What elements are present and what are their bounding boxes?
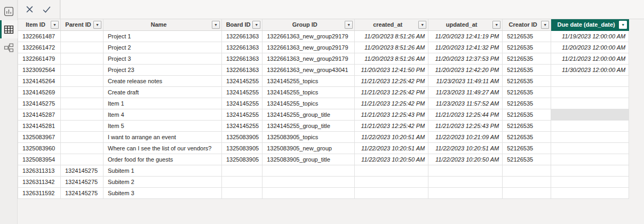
cell-group_id[interactable]: 1325083905_group_title xyxy=(263,154,355,165)
cell-due_date[interactable]: 11/21/2023 12:00:00 AM xyxy=(551,53,629,64)
cell-created_at[interactable]: 11/21/2023 12:25:42 PM xyxy=(355,75,428,86)
cell-created_at[interactable]: 11/21/2023 12:25:42 PM xyxy=(355,98,428,109)
cell-name[interactable]: Order food for the guests xyxy=(104,154,222,165)
cell-name[interactable]: Where can I see the list of our vendors? xyxy=(104,142,222,154)
cell-created_at[interactable]: 11/21/2023 12:25:43 PM xyxy=(355,109,428,120)
cell-parent_id[interactable] xyxy=(61,64,104,75)
cell-name[interactable]: Create draft xyxy=(104,86,222,98)
cell-group_id[interactable] xyxy=(263,176,355,187)
cell-parent_id[interactable] xyxy=(61,131,104,142)
cell-updated_at[interactable] xyxy=(428,165,503,176)
cell-name[interactable]: I want to arrange an event xyxy=(104,131,222,142)
cell-updated_at[interactable]: 11/21/2023 12:25:44 PM xyxy=(428,109,503,120)
cell-parent_id[interactable] xyxy=(61,154,104,165)
cell-creator_id[interactable]: 52126535 xyxy=(503,154,551,165)
cell-group_id[interactable]: 1324145255_group_title xyxy=(263,120,355,131)
cell-creator_id[interactable] xyxy=(503,176,551,187)
cell-updated_at[interactable]: 11/20/2023 12:41:32 PM xyxy=(428,42,503,53)
cell-name[interactable]: Item 1 xyxy=(104,98,222,109)
cell-board_id[interactable]: 1324145255 xyxy=(222,120,263,131)
column-header-board_id[interactable]: Board ID▼ xyxy=(222,19,263,30)
cell-due_date[interactable] xyxy=(551,176,629,187)
cell-item_id[interactable]: 1324145287 xyxy=(18,109,61,120)
cell-creator_id[interactable]: 52126535 xyxy=(503,120,551,131)
cell-due_date[interactable] xyxy=(551,120,629,131)
cell-creator_id[interactable]: 52126535 xyxy=(503,142,551,154)
cell-due_date[interactable] xyxy=(551,165,629,176)
cell-creator_id[interactable]: 52126535 xyxy=(503,98,551,109)
sidebar-item-data-view[interactable] xyxy=(0,20,18,38)
cell-creator_id[interactable]: 52126535 xyxy=(503,64,551,75)
cell-name[interactable]: Create release notes xyxy=(104,75,222,86)
cell-parent_id[interactable] xyxy=(61,75,104,86)
cell-parent_id[interactable]: 1324145275 xyxy=(61,165,104,176)
cell-item_id[interactable]: 1325083954 xyxy=(18,154,61,165)
cell-name[interactable]: Item 5 xyxy=(104,120,222,131)
cell-updated_at[interactable]: 11/22/2023 10:21:09 AM xyxy=(428,131,503,142)
cell-due_date[interactable] xyxy=(551,154,629,165)
filter-dropdown-icon[interactable]: ▼ xyxy=(345,21,353,29)
cell-parent_id[interactable] xyxy=(61,42,104,53)
cell-updated_at[interactable] xyxy=(428,187,503,198)
cell-due_date[interactable] xyxy=(551,98,629,109)
filter-dropdown-icon[interactable]: ▼ xyxy=(252,21,260,29)
cell-created_at[interactable]: 11/20/2023 12:41:50 PM xyxy=(355,64,428,75)
cell-parent_id[interactable] xyxy=(61,53,104,64)
cell-group_id[interactable]: 1322661363_new_group29179 xyxy=(263,53,355,64)
cell-item_id[interactable]: 1324145281 xyxy=(18,120,61,131)
cell-board_id[interactable]: 1322661363 xyxy=(222,64,263,75)
cell-item_id[interactable]: 1324145275 xyxy=(18,98,61,109)
cell-creator_id[interactable]: 52126535 xyxy=(503,131,551,142)
cell-updated_at[interactable]: 11/20/2023 12:42:20 PM xyxy=(428,64,503,75)
column-header-item_id[interactable]: Item ID▼ xyxy=(18,19,61,30)
cell-name[interactable]: Subitem 1 xyxy=(104,165,222,176)
cell-group_id[interactable]: 1324145255_group_title xyxy=(263,109,355,120)
cell-created_at[interactable] xyxy=(355,165,428,176)
cell-group_id[interactable]: 1324145255_topics xyxy=(263,98,355,109)
filter-dropdown-icon[interactable]: ▼ xyxy=(93,21,101,29)
cell-item_id[interactable]: 1323092564 xyxy=(18,64,61,75)
cell-created_at[interactable]: 11/20/2023 8:51:26 AM xyxy=(355,30,428,42)
cell-board_id[interactable] xyxy=(222,187,263,198)
filter-dropdown-icon[interactable]: ▼ xyxy=(212,21,220,29)
cell-item_id[interactable]: 1325083960 xyxy=(18,142,61,154)
cell-board_id[interactable]: 1325083905 xyxy=(222,154,263,165)
cell-item_id[interactable]: 1322661479 xyxy=(18,53,61,64)
sidebar-item-model-view[interactable] xyxy=(0,38,18,57)
cell-group_id[interactable]: 1322661363_new_group43041 xyxy=(263,64,355,75)
cell-updated_at[interactable]: 11/20/2023 12:37:53 PM xyxy=(428,53,503,64)
cell-updated_at[interactable]: 11/21/2023 12:25:43 PM xyxy=(428,120,503,131)
cell-group_id[interactable]: 1322661363_new_group29179 xyxy=(263,30,355,42)
cell-board_id[interactable]: 1324145255 xyxy=(222,109,263,120)
cell-due_date[interactable]: 11/19/2023 12:00:00 AM xyxy=(551,30,629,42)
cell-due_date[interactable] xyxy=(551,86,629,98)
filter-dropdown-icon[interactable]: ▼ xyxy=(51,21,59,29)
cell-name[interactable]: Project 2 xyxy=(104,42,222,53)
cell-parent_id[interactable] xyxy=(61,86,104,98)
cell-name[interactable]: Project 1 xyxy=(104,30,222,42)
cell-board_id[interactable]: 1322661363 xyxy=(222,42,263,53)
cell-updated_at[interactable] xyxy=(428,176,503,187)
cell-group_id[interactable]: 1324145255_topics xyxy=(263,75,355,86)
cell-due_date[interactable]: 11/30/2023 12:00:00 AM xyxy=(551,64,629,75)
cell-name[interactable]: Project 3 xyxy=(104,53,222,64)
cell-creator_id[interactable]: 52126535 xyxy=(503,42,551,53)
cell-parent_id[interactable] xyxy=(61,142,104,154)
cancel-button[interactable] xyxy=(25,5,34,14)
cell-created_at[interactable]: 11/20/2023 8:51:26 AM xyxy=(355,53,428,64)
cell-parent_id[interactable] xyxy=(61,120,104,131)
cell-board_id[interactable]: 1324145255 xyxy=(222,86,263,98)
cell-creator_id[interactable]: 52126535 xyxy=(503,86,551,98)
cell-due_date[interactable] xyxy=(551,109,629,120)
commit-button[interactable] xyxy=(42,5,51,14)
cell-created_at[interactable] xyxy=(355,176,428,187)
column-header-name[interactable]: Name▼ xyxy=(104,19,222,30)
cell-item_id[interactable]: 1322661487 xyxy=(18,30,61,42)
cell-name[interactable]: Item 4 xyxy=(104,109,222,120)
filter-dropdown-icon[interactable]: ▼ xyxy=(492,21,500,29)
cell-created_at[interactable]: 11/21/2023 12:25:42 PM xyxy=(355,120,428,131)
cell-due_date[interactable] xyxy=(551,142,629,154)
cell-updated_at[interactable]: 11/23/2023 11:49:11 AM xyxy=(428,75,503,86)
cell-creator_id[interactable]: 52126535 xyxy=(503,109,551,120)
cell-board_id[interactable]: 1325083905 xyxy=(222,131,263,142)
